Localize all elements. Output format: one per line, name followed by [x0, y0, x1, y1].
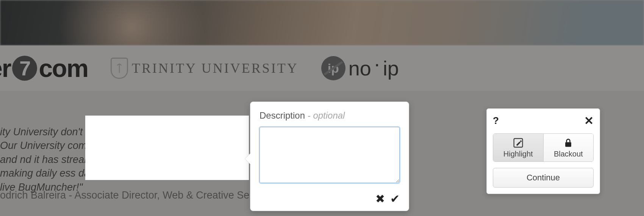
close-icon[interactable]: ✕	[584, 114, 594, 127]
logo-strip: er 7 com TRINITY UNIVERSITY ip no · ip	[0, 45, 644, 91]
confirm-icon[interactable]: ✔	[390, 192, 400, 205]
shield-icon	[111, 58, 128, 79]
lock-icon	[563, 138, 574, 148]
logo-trinity-text: TRINITY UNIVERSITY	[132, 60, 299, 76]
logo-7com-text-left: er	[0, 54, 11, 83]
pencil-box-icon	[513, 138, 524, 148]
page-root: er 7 com TRINITY UNIVERSITY ip no · ip i…	[0, 0, 644, 216]
help-icon[interactable]: ?	[493, 115, 499, 127]
highlight-selection-rect[interactable]	[85, 116, 249, 180]
hero-banner	[0, 0, 644, 45]
description-label-text: Description	[259, 110, 305, 121]
popover-actions: ✖ ✔	[259, 192, 400, 205]
tool-mode-toggle: Highlight Blackout	[493, 133, 594, 162]
tool-panel-header: ? ✕	[493, 114, 594, 127]
feedback-tool-panel: ? ✕ Highlight Blackout Continue	[486, 108, 600, 194]
logo-7com: er 7 com	[0, 54, 88, 83]
svg-rect-1	[565, 142, 571, 147]
description-label: Description - optional	[259, 110, 400, 121]
cancel-icon[interactable]: ✖	[375, 192, 385, 205]
logo-7com-text-right: com	[39, 54, 88, 83]
noip-orb-icon: ip	[321, 56, 345, 80]
continue-button-label: Continue	[527, 173, 560, 182]
logo-noip-dot: ·	[374, 52, 380, 75]
blackout-mode-button[interactable]: Blackout	[543, 134, 594, 161]
description-popover: Description - optional ✖ ✔	[250, 102, 409, 211]
highlight-mode-button[interactable]: Highlight	[493, 134, 543, 161]
continue-button[interactable]: Continue	[493, 168, 594, 188]
logo-7com-circle-icon: 7	[12, 56, 37, 81]
logo-noip: ip no · ip	[321, 56, 399, 80]
description-optional-text: - optional	[305, 110, 345, 121]
description-textarea[interactable]	[259, 127, 400, 183]
logo-noip-left: no	[349, 56, 371, 80]
blackout-mode-label: Blackout	[554, 150, 583, 158]
popover-arrow-icon	[245, 153, 251, 165]
hero-hand-photo	[53, 0, 250, 45]
testimonial-author: odrich Balreira - Associate Director, We…	[0, 189, 276, 201]
logo-noip-right: ip	[383, 56, 399, 80]
logo-trinity-university: TRINITY UNIVERSITY	[111, 58, 299, 79]
highlight-mode-label: Highlight	[503, 150, 533, 158]
